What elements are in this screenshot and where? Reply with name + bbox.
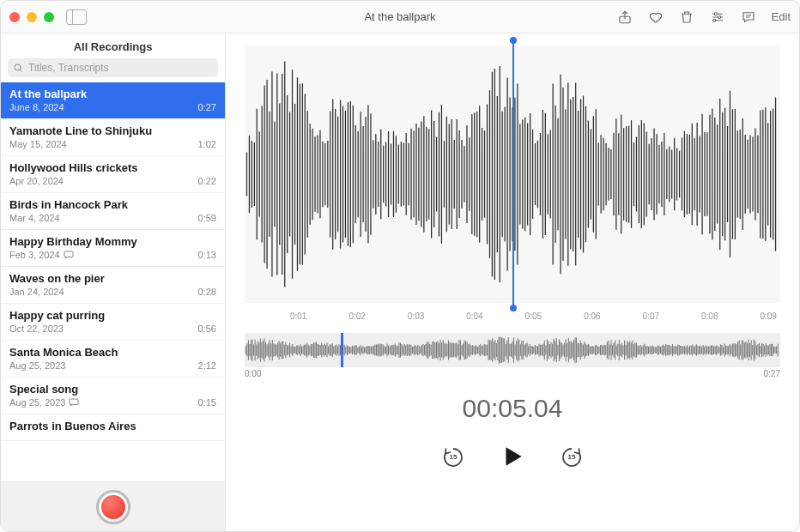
close-window-button[interactable] [9,12,20,22]
overview-start-time: 0:00 [245,369,261,378]
recording-title: At the ballpark [9,88,216,100]
recording-title: Waves on the pier [9,272,216,285]
timeline-tick: 0:07 [643,311,659,321]
recording-date: Mar 4, 2024 [9,213,60,223]
recording-date: Feb 3, 2024 [9,250,74,260]
favorite-icon[interactable] [648,9,664,25]
recording-item[interactable]: Happy cat purringOct 22, 20230:56 [1,304,225,341]
record-icon [101,495,125,519]
recording-item[interactable]: Yamanote Line to ShinjukuMay 15, 20241:0… [1,119,225,156]
sidebar: All Recordings At the ballparkJune 8, 20… [1,33,226,531]
recording-duration: 2:12 [198,360,216,371]
timeline-tick: 0:01 [290,311,306,321]
trash-icon[interactable] [679,9,694,25]
timeline-tick: 0:05 [525,311,542,321]
settings-sliders-icon[interactable] [710,9,725,25]
recording-duration: 0:28 [198,287,216,297]
sidebar-title: All Recordings [1,33,225,58]
recording-item[interactable]: Special songAug 25, 20230:15 [1,378,225,414]
recording-duration: 0:59 [198,213,216,223]
recording-item[interactable]: Happy Birthday MommyFeb 3, 20240:13 [1,230,225,267]
zoom-window-button[interactable] [44,12,54,22]
titlebar: At the ballpark Edit [1,1,799,33]
transcript-icon[interactable] [741,9,756,25]
recording-date: Apr 20, 2024 [9,176,64,186]
recording-duration: 0:27 [198,102,216,112]
current-time-display: 00:05.04 [245,394,780,423]
recording-title: Birds in Hancock Park [9,198,216,211]
transcript-badge-icon [64,251,74,259]
window-controls [9,12,54,22]
overview-end-time: 0:27 [764,369,780,378]
timeline-tick: 0:02 [348,311,365,321]
svg-text:15: 15 [568,453,576,461]
svg-text:15: 15 [450,453,458,461]
record-button[interactable] [96,490,130,524]
recording-title: Special song [9,383,216,396]
search-input[interactable] [8,58,218,77]
recording-date: May 15, 2024 [9,139,67,149]
recording-duration: 1:02 [198,139,216,149]
skip-back-15-button[interactable]: 15 [441,444,465,469]
sidebar-footer [1,481,225,531]
recording-title: Santa Monica Beach [9,346,216,359]
recording-date: Jan 24, 2024 [9,287,64,297]
recording-item[interactable]: Santa Monica BeachAug 25, 20232:12 [1,341,225,378]
svg-point-5 [718,15,720,18]
recording-duration: 0:13 [198,250,216,260]
recordings-list: At the ballparkJune 8, 20240:27Yamanote … [1,82,225,481]
toggle-sidebar-button[interactable] [66,9,87,25]
detail-pane: 0:010:020:030:040:050:060:070:080:09 0:0… [226,33,799,531]
svg-point-6 [712,19,715,21]
recording-item[interactable]: Hollywood Hills cricketsApr 20, 20240:22 [1,156,225,193]
playback-controls: 15 15 [245,444,780,469]
recording-date: Aug 25, 2023 [9,360,65,371]
recording-title: Yamanote Line to Shinjuku [9,124,216,137]
svg-rect-9 [64,251,73,257]
skip-forward-15-button[interactable]: 15 [560,444,584,469]
recording-date: June 8, 2024 [9,102,64,112]
recording-title: Happy Birthday Mommy [9,235,216,248]
timeline-tick: 0:06 [584,311,600,321]
timeline-tick: 0:03 [408,311,424,321]
recording-duration: 0:22 [198,176,216,186]
waveform-overview[interactable] [245,333,780,367]
timeline-tick: 0:08 [701,311,718,321]
recording-date: Oct 22, 2023 [9,323,64,334]
transcript-badge-icon [69,398,79,407]
overview-playhead[interactable] [341,333,343,367]
timeline-tick: 0:04 [466,311,482,321]
recording-title: Parrots in Buenos Aires [9,420,216,432]
minimize-window-button[interactable] [27,12,37,22]
share-icon[interactable] [617,9,633,25]
recording-duration: 0:56 [198,323,216,334]
svg-rect-10 [70,399,78,405]
recording-title: Happy cat purring [9,309,216,322]
play-button[interactable] [500,444,525,469]
timeline-tick: 0:09 [760,311,776,321]
recording-item[interactable]: Parrots in Buenos Aires [1,414,225,441]
recording-title: Hollywood Hills crickets [9,161,216,174]
recording-item[interactable]: Birds in Hancock ParkMar 4, 20240:59 [1,193,225,230]
recording-item[interactable]: At the ballparkJune 8, 20240:27 [1,82,225,119]
recording-date: Aug 25, 2023 [9,397,79,408]
recording-item[interactable]: Waves on the pierJan 24, 20240:28 [1,267,225,304]
toolbar: Edit [617,9,791,25]
waveform-large[interactable] [245,45,780,303]
playhead[interactable] [512,40,514,308]
recording-duration: 0:15 [198,397,216,408]
edit-button[interactable]: Edit [772,10,791,23]
svg-point-4 [714,12,717,15]
